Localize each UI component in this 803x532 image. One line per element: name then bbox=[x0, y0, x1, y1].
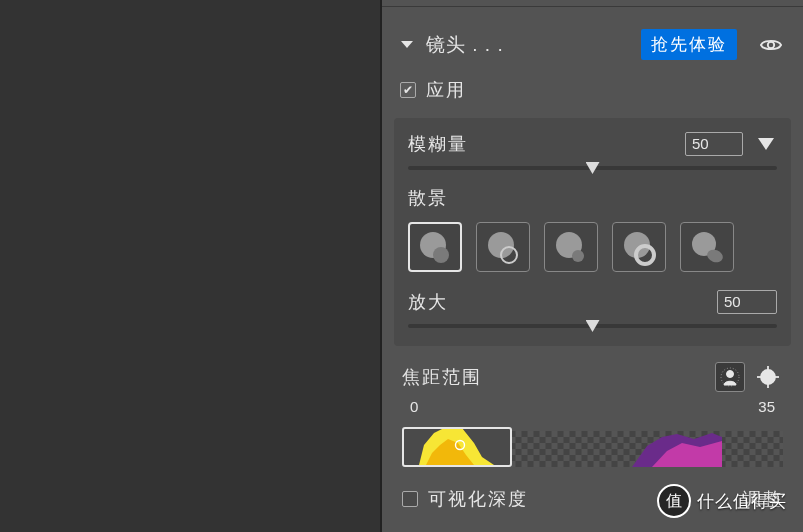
svg-point-19 bbox=[456, 441, 465, 450]
chevron-down-icon[interactable] bbox=[400, 38, 414, 52]
blur-row: 模糊量 50 bbox=[408, 132, 777, 156]
depth-row: 可视化深度 调整 bbox=[382, 467, 803, 511]
zoom-row: 放大 50 bbox=[408, 290, 777, 314]
blur-slider[interactable] bbox=[408, 166, 777, 170]
section-header: 镜头 . . . 抢先体验 bbox=[382, 23, 803, 78]
bokeh-option-1[interactable] bbox=[408, 222, 462, 272]
zoom-value-input[interactable]: 50 bbox=[717, 290, 777, 314]
blur-value-input[interactable]: 50 bbox=[685, 132, 743, 156]
focus-histogram[interactable] bbox=[402, 423, 783, 467]
blur-label: 模糊量 bbox=[408, 132, 673, 156]
focus-label: 焦距范围 bbox=[402, 365, 707, 389]
focus-min: 0 bbox=[410, 398, 418, 415]
focus-histogram-selection[interactable] bbox=[402, 427, 512, 467]
subject-select-icon[interactable] bbox=[715, 362, 745, 392]
focus-histogram-rest[interactable] bbox=[512, 431, 783, 467]
bokeh-option-5[interactable] bbox=[680, 222, 734, 272]
zoom-label: 放大 bbox=[408, 290, 705, 314]
apply-checkbox[interactable] bbox=[400, 82, 416, 98]
zoom-slider-thumb[interactable] bbox=[586, 320, 600, 332]
svg-point-18 bbox=[767, 376, 770, 379]
early-access-badge[interactable]: 抢先体验 bbox=[641, 29, 737, 60]
visibility-eye-icon[interactable] bbox=[759, 33, 783, 57]
section-title: 镜头 . . . bbox=[426, 32, 629, 58]
bokeh-option-2[interactable] bbox=[476, 222, 530, 272]
depth-checkbox[interactable] bbox=[402, 491, 418, 507]
focus-section: 焦距范围 0 35 bbox=[382, 346, 803, 467]
blur-subpanel: 模糊量 50 散景 bbox=[394, 118, 791, 346]
svg-point-6 bbox=[572, 250, 584, 262]
bokeh-option-3[interactable] bbox=[544, 222, 598, 272]
adjust-label[interactable]: 调整 bbox=[743, 487, 783, 511]
divider bbox=[382, 6, 803, 7]
focus-header: 焦距范围 bbox=[402, 362, 783, 392]
focus-range-labels: 0 35 bbox=[402, 392, 783, 421]
target-icon[interactable] bbox=[753, 362, 783, 392]
svg-point-2 bbox=[433, 247, 449, 263]
zoom-slider[interactable] bbox=[408, 324, 777, 328]
properties-panel: 镜头 . . . 抢先体验 应用 模糊量 50 散景 bbox=[380, 0, 803, 532]
depth-label: 可视化深度 bbox=[428, 487, 733, 511]
blur-dropdown-icon[interactable] bbox=[755, 133, 777, 155]
bokeh-option-4[interactable] bbox=[612, 222, 666, 272]
blur-slider-thumb[interactable] bbox=[586, 162, 600, 174]
bokeh-label: 散景 bbox=[408, 186, 777, 210]
focus-max: 35 bbox=[758, 398, 775, 415]
bokeh-options bbox=[408, 222, 777, 272]
apply-label: 应用 bbox=[426, 78, 466, 102]
canvas-area[interactable] bbox=[0, 0, 380, 532]
svg-point-0 bbox=[768, 41, 774, 47]
apply-row: 应用 bbox=[382, 78, 803, 118]
svg-point-11 bbox=[727, 371, 734, 378]
